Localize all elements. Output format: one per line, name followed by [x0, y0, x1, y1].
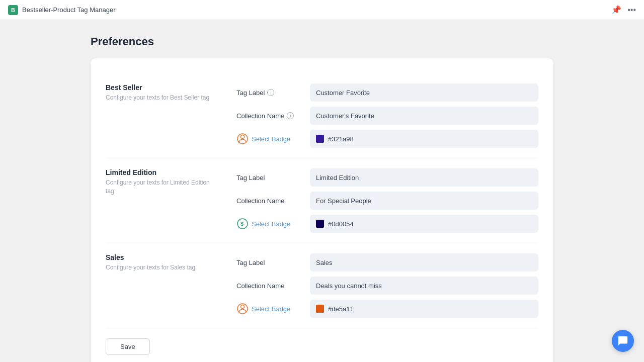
color-swatch-best-seller — [316, 135, 324, 143]
topbar-left: B Bestseller-Product Tag Manager — [8, 5, 115, 15]
collection-name-input-limited-edition[interactable] — [310, 192, 538, 210]
badge-row-limited-edition: $ Select Badge #0d0054 — [236, 215, 538, 233]
tag-label-label-limited-edition: Tag Label — [236, 174, 302, 182]
collection-name-input-sales[interactable] — [310, 277, 538, 295]
app-icon: B — [8, 5, 18, 15]
pin-icon[interactable]: 📌 — [611, 5, 621, 15]
section-title-sales: Sales — [106, 253, 216, 261]
color-text-best-seller: #321a98 — [328, 135, 354, 143]
color-field-sales: #de5a11 — [310, 300, 538, 318]
color-field-best-seller: #321a98 — [310, 130, 538, 148]
tag-label-input-limited-edition[interactable] — [310, 168, 538, 187]
color-text-sales: #de5a11 — [328, 305, 354, 313]
section-left-limited-edition: Limited Edition Configure your texts for… — [106, 168, 216, 233]
tag-label-input-best-seller[interactable] — [310, 83, 538, 102]
section-best-seller: Best Seller Configure your texts for Bes… — [106, 73, 538, 158]
tag-label-label-sales: Tag Label — [236, 259, 302, 266]
chat-bubble-button[interactable] — [612, 330, 634, 352]
section-title-best-seller: Best Seller — [106, 83, 216, 92]
tag-label-label-best-seller: Tag Label i — [236, 89, 302, 97]
tag-label-input-sales[interactable] — [310, 253, 538, 272]
more-options-icon[interactable]: ••• — [627, 6, 636, 15]
collection-name-input-best-seller[interactable] — [310, 107, 538, 125]
collection-name-label-sales: Collection Name — [236, 282, 302, 290]
section-limited-edition: Limited Edition Configure your texts for… — [106, 158, 538, 243]
badge-person-icon-best-seller — [236, 133, 249, 145]
select-badge-label-best-seller: Select Badge — [252, 135, 290, 143]
section-right-limited-edition: Tag Label Collection Name $ — [236, 168, 538, 233]
section-desc-limited-edition: Configure your texts for Limited Edition… — [106, 178, 216, 196]
collection-name-row-limited-edition: Collection Name — [236, 192, 538, 210]
color-field-limited-edition: #0d0054 — [310, 215, 538, 233]
badge-person-icon-sales — [236, 303, 249, 315]
section-right-sales: Tag Label Collection Name — [236, 253, 538, 318]
select-badge-label-limited-edition: Select Badge — [252, 220, 290, 228]
save-row: Save — [106, 328, 538, 355]
svg-text:$: $ — [240, 221, 244, 227]
select-badge-label-sales: Select Badge — [252, 305, 290, 313]
badge-row-best-seller: Select Badge #321a98 — [236, 130, 538, 148]
badge-row-sales: Select Badge #de5a11 — [236, 300, 538, 318]
color-text-limited-edition: #0d0054 — [328, 220, 354, 228]
collection-name-label-best-seller: Collection Name i — [236, 112, 302, 120]
section-title-limited-edition: Limited Edition — [106, 168, 216, 176]
save-button[interactable]: Save — [106, 338, 150, 355]
section-right-best-seller: Tag Label i Collection Name i — [236, 83, 538, 148]
select-badge-btn-limited-edition[interactable]: $ Select Badge — [236, 218, 302, 230]
app-title: Bestseller-Product Tag Manager — [22, 6, 115, 14]
page-title: Preferences — [91, 35, 553, 48]
preferences-card: Best Seller Configure your texts for Bes… — [91, 58, 553, 362]
section-desc-best-seller: Configure your texts for Best Seller tag — [106, 94, 216, 102]
select-badge-btn-sales[interactable]: Select Badge — [236, 303, 302, 315]
topbar-right: 📌 ••• — [611, 5, 636, 15]
tag-label-row-best-seller: Tag Label i — [236, 83, 538, 102]
collection-name-info-icon[interactable]: i — [287, 112, 294, 119]
tag-label-row-limited-edition: Tag Label — [236, 168, 538, 187]
badge-dollar-icon-limited-edition: $ — [236, 218, 249, 230]
section-left-best-seller: Best Seller Configure your texts for Bes… — [106, 83, 216, 148]
collection-name-row-sales: Collection Name — [236, 277, 538, 295]
section-desc-sales: Configure your texts for Sales tag — [106, 263, 216, 272]
color-swatch-limited-edition — [316, 220, 324, 228]
collection-name-row-best-seller: Collection Name i — [236, 107, 538, 125]
section-left-sales: Sales Configure your texts for Sales tag — [106, 253, 216, 318]
main-content: Preferences Best Seller Configure your t… — [0, 20, 644, 362]
collection-name-label-limited-edition: Collection Name — [236, 197, 302, 205]
section-sales: Sales Configure your texts for Sales tag… — [106, 243, 538, 328]
select-badge-btn-best-seller[interactable]: Select Badge — [236, 133, 302, 145]
svg-point-0 — [241, 135, 245, 139]
chat-bubble-icon — [617, 335, 628, 346]
tag-label-row-sales: Tag Label — [236, 253, 538, 272]
tag-label-info-icon[interactable]: i — [267, 89, 274, 96]
svg-point-4 — [241, 305, 245, 309]
topbar: B Bestseller-Product Tag Manager 📌 ••• — [0, 0, 644, 20]
color-swatch-sales — [316, 305, 324, 313]
